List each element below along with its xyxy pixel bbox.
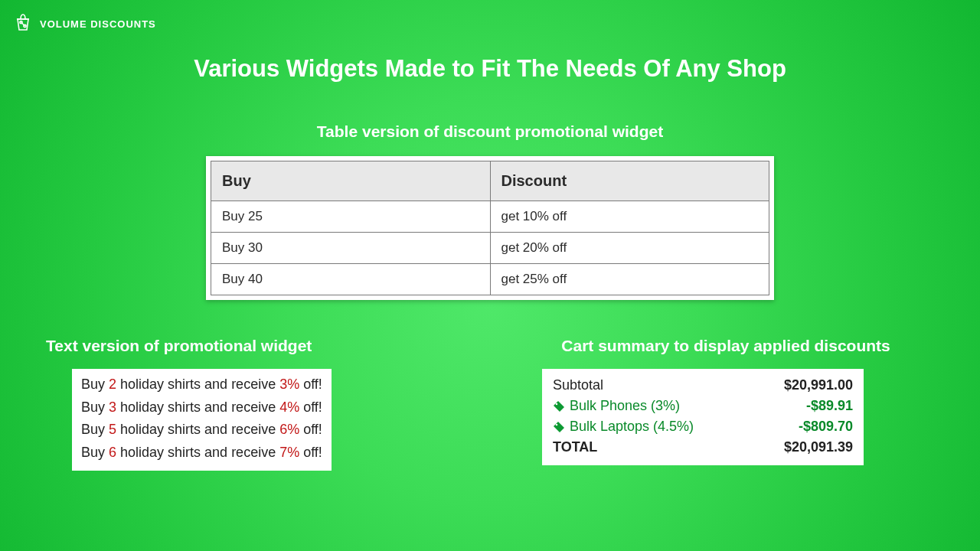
cart-total-label: TOTAL <box>553 439 597 455</box>
table-row: Buy 25 get 10% off <box>211 201 769 233</box>
text-widget-section: Text version of promotional widget Buy 2… <box>46 337 383 471</box>
discount-table: Buy Discount Buy 25 get 10% off Buy 30 g… <box>211 161 769 295</box>
text-widget-line: Buy 3 holiday shirts and receive 4% off! <box>81 396 322 419</box>
cart-discount-value: -$89.91 <box>806 398 853 414</box>
text-widget-line: Buy 6 holiday shirts and receive 7% off! <box>81 442 322 465</box>
text-widget-line: Buy 2 holiday shirts and receive 3% off! <box>81 373 322 396</box>
table-widget-card: Buy Discount Buy 25 get 10% off Buy 30 g… <box>206 156 774 300</box>
cart-discount-value: -$809.70 <box>799 419 853 435</box>
cart-subtotal-label: Subtotal <box>553 377 603 393</box>
pct-highlight: 3% <box>279 377 299 392</box>
table-cell-buy: Buy 30 <box>211 233 491 264</box>
table-row: Buy 30 get 20% off <box>211 233 769 264</box>
cart-discount-label: Bulk Laptops (4.5%) <box>570 419 694 435</box>
qty-highlight: 6 <box>109 445 116 460</box>
table-cell-discount: get 20% off <box>490 233 769 264</box>
table-cell-discount: get 25% off <box>490 264 769 295</box>
cart-row-discount: Bulk Laptops (4.5%) -$809.70 <box>553 416 853 437</box>
table-cell-buy: Buy 40 <box>211 264 491 295</box>
svg-point-2 <box>556 403 558 405</box>
brand-text: VOLUME DISCOUNTS <box>40 18 156 30</box>
cart-row-discount: Bulk Phones (3%) -$89.91 <box>553 396 853 416</box>
cart-logo-icon <box>14 12 32 35</box>
text-widget-card: Buy 2 holiday shirts and receive 3% off!… <box>72 369 332 471</box>
cart-discount-label: Bulk Phones (3%) <box>570 398 680 414</box>
tag-icon <box>553 400 565 412</box>
qty-highlight: 5 <box>109 422 116 437</box>
table-header-buy: Buy <box>211 161 491 201</box>
table-header-discount: Discount <box>490 161 769 201</box>
table-cell-buy: Buy 25 <box>211 201 491 233</box>
table-widget-section: Table version of discount promotional wi… <box>0 122 980 303</box>
qty-highlight: 3 <box>109 399 116 415</box>
text-widget-line: Buy 5 holiday shirts and receive 6% off! <box>81 419 322 442</box>
table-row: Buy 40 get 25% off <box>211 264 769 295</box>
svg-point-3 <box>556 423 558 425</box>
cart-summary-section: Cart summary to display applied discount… <box>511 337 940 465</box>
pct-highlight: 7% <box>279 445 299 460</box>
table-cell-discount: get 10% off <box>490 201 769 233</box>
brand-header: VOLUME DISCOUNTS <box>14 12 156 35</box>
text-widget-title: Text version of promotional widget <box>46 337 383 355</box>
: $20,091.39 <box>784 439 853 455</box>
qty-highlight: 2 <box>109 377 116 392</box>
pct-highlight: 6% <box>279 422 299 437</box>
cart-row-subtotal: Subtotal $20,991.00 <box>553 375 853 396</box>
tag-icon <box>553 421 565 433</box>
cart-row-total: TOTAL $20,091.39 <box>553 437 853 458</box>
pct-highlight: 4% <box>279 399 299 415</box>
table-widget-title: Table version of discount promotional wi… <box>0 122 980 141</box>
cart-summary-card: Subtotal $20,991.00 Bulk Phones (3%) -$8… <box>542 369 864 465</box>
page-title: Various Widgets Made to Fit The Needs Of… <box>0 55 980 83</box>
cart-summary-title: Cart summary to display applied discount… <box>511 337 940 355</box>
cart-subtotal-value: $20,991.00 <box>784 377 853 393</box>
